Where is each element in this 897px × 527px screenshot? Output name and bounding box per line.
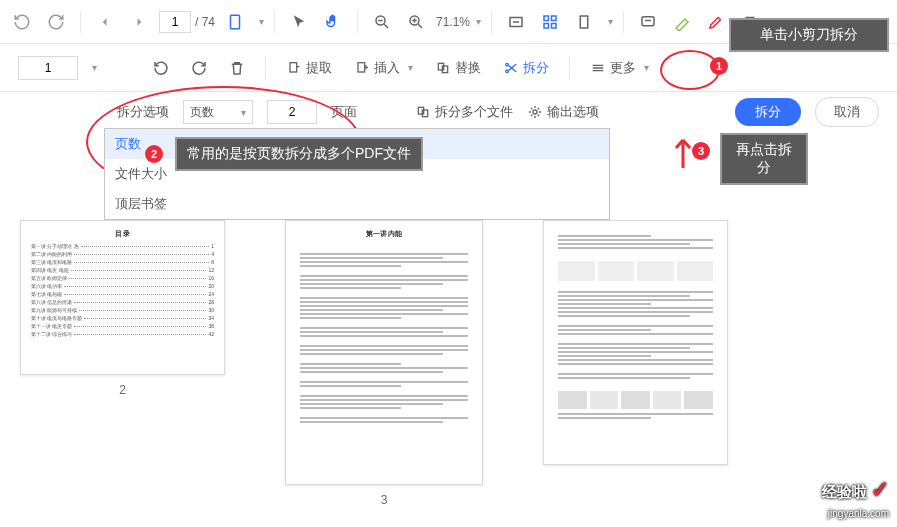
extract-button[interactable]: 提取 [280,55,338,81]
svg-point-15 [506,70,509,73]
split-page-label: 页面 [331,103,357,121]
delete-icon[interactable] [223,54,251,82]
chevron-down-icon[interactable]: ▾ [259,16,264,27]
insert-button[interactable]: 插入▾ [348,55,419,81]
single-page-icon[interactable] [570,8,598,36]
svg-rect-6 [544,23,549,28]
thumbnail-area: 目 录 第一讲 分子动理论 热1 第二讲 内能的利用4 第三讲 电流和电路8 第… [0,200,897,527]
replace-button[interactable]: 替换 [429,55,487,81]
pen-icon[interactable] [702,8,730,36]
redo-icon[interactable] [42,8,70,36]
zoom-level[interactable]: 71.1%▾ [436,15,481,29]
annotation-step-3: 3 [692,142,710,160]
highlight-icon[interactable] [668,8,696,36]
chevron-down-icon[interactable]: ▾ [92,62,97,73]
thumb-caption: 3 [381,493,388,507]
thumbnail-page-2[interactable]: 目 录 第一讲 分子动理论 热1 第二讲 内能的利用4 第三讲 电流和电路8 第… [20,220,225,375]
annotation-text-3: 再点击拆分 [720,133,808,185]
svg-rect-7 [552,23,557,28]
split-multi-button[interactable]: 拆分多个文件 [415,103,513,121]
annotation-step-2: 2 [145,145,163,163]
svg-rect-10 [290,62,297,71]
split-button[interactable]: 拆分 [497,55,555,81]
next-page-icon[interactable] [125,8,153,36]
split-confirm-button[interactable]: 拆分 [735,98,801,126]
chevron-down-icon[interactable]: ▾ [608,16,613,27]
more-button[interactable]: 更多▾ [584,55,655,81]
svg-rect-4 [544,16,549,21]
output-options-button[interactable]: 输出选项 [527,103,599,121]
annotation-text-2: 常用的是按页数拆分成多个PDF文件 [175,137,423,171]
page-current-input[interactable] [159,11,191,33]
annotation-step-1: 1 [710,57,728,75]
thumb-caption: 2 [119,383,126,397]
svg-rect-11 [358,62,365,71]
page-total: / 74 [195,15,215,29]
zoom-out-icon[interactable] [368,8,396,36]
split-options-label: 拆分选项 [117,103,169,121]
page-icon[interactable] [221,8,249,36]
page-selector[interactable] [18,56,78,80]
dropdown-item-bookmark[interactable]: 顶层书签 [105,189,609,219]
undo-icon[interactable] [8,8,36,36]
thumbnail-icon[interactable] [536,8,564,36]
cancel-button[interactable]: 取消 [815,97,879,127]
svg-point-18 [533,110,537,114]
zoom-in-icon[interactable] [402,8,430,36]
split-mode-select[interactable]: 页数▾ [183,100,253,124]
rotate-right-icon[interactable] [185,54,213,82]
thumbnail-page-3[interactable]: 第一讲 内能 [285,220,483,485]
rotate-left-icon[interactable] [147,54,175,82]
svg-rect-0 [231,15,240,29]
split-options-bar: 拆分选项 页数▾ 页面 拆分多个文件 输出选项 拆分 取消 [0,92,897,132]
split-count-input[interactable] [267,100,317,124]
annotation-text-1: 单击小剪刀拆分 [729,18,889,52]
hand-icon[interactable] [319,8,347,36]
svg-rect-5 [552,16,557,21]
svg-point-14 [506,63,509,66]
svg-rect-8 [580,16,588,28]
watermark: 经验啦 ✓ jingyanla.com [822,477,889,521]
pointer-icon[interactable] [285,8,313,36]
fit-width-icon[interactable] [502,8,530,36]
prev-page-icon[interactable] [91,8,119,36]
comment-icon[interactable] [634,8,662,36]
thumbnail-page-4[interactable] [543,220,728,465]
